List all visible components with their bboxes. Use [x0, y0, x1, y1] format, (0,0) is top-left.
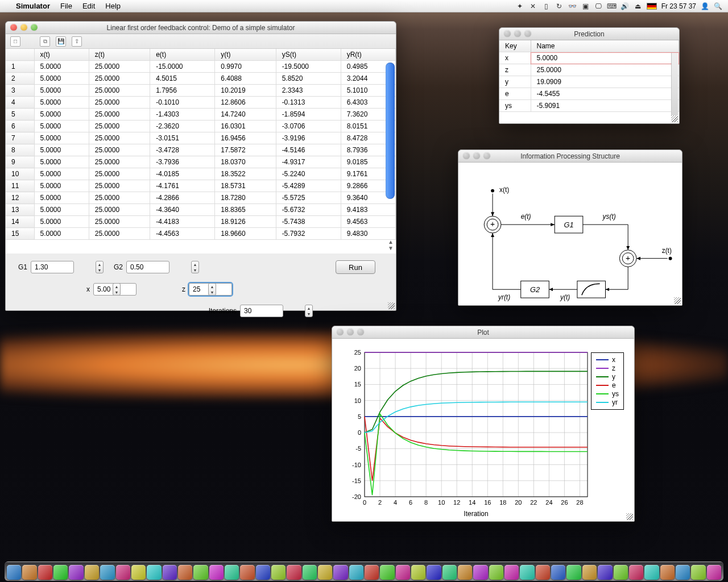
- minimize-icon[interactable]: [20, 24, 27, 31]
- prediction-row[interactable]: x5.0000: [499, 52, 679, 64]
- dock-app-icon[interactable]: [660, 565, 675, 580]
- dock-app-icon[interactable]: [225, 565, 239, 580]
- resize-grip-icon[interactable]: [671, 115, 678, 122]
- prediction-row[interactable]: ys-5.9091: [499, 100, 679, 112]
- column-header[interactable]: x(t): [34, 49, 89, 61]
- timemachine-icon[interactable]: ↻: [555, 2, 564, 10]
- table-row[interactable]: 35.000025.00001.795610.20192.33435.1010: [6, 85, 396, 97]
- x-stepper[interactable]: ▲▼: [113, 283, 121, 296]
- dock-app-icon[interactable]: [396, 565, 410, 580]
- menu-edit[interactable]: Edit: [82, 2, 95, 10]
- iterations-stepper[interactable]: ▲▼: [305, 305, 313, 317]
- zoom-icon[interactable]: [483, 152, 490, 159]
- close-icon[interactable]: [504, 30, 511, 37]
- new-doc-icon[interactable]: □: [10, 36, 20, 47]
- dock-app-icon[interactable]: [271, 565, 286, 580]
- dock-app-icon[interactable]: [365, 565, 379, 580]
- table-row[interactable]: 105.000025.0000-4.018518.3522-5.22409.17…: [6, 168, 396, 180]
- dock-app-icon[interactable]: [411, 565, 425, 580]
- dock-app-icon[interactable]: [676, 565, 690, 580]
- resize-grip-icon[interactable]: [674, 297, 681, 304]
- dock-app-icon[interactable]: [707, 565, 721, 580]
- dock-app-icon[interactable]: [458, 565, 472, 580]
- resize-grip-icon[interactable]: [626, 513, 633, 520]
- table-scrollbar[interactable]: [386, 63, 395, 199]
- iterations-input[interactable]: [240, 305, 303, 317]
- dock-app-icon[interactable]: [318, 565, 332, 580]
- monitor-icon[interactable]: 🖵: [594, 2, 603, 10]
- column-header[interactable]: z(t): [89, 49, 150, 61]
- minimize-icon[interactable]: [347, 329, 354, 335]
- titlebar-structure[interactable]: Information Processing Structure: [458, 150, 682, 163]
- dock-app-icon[interactable]: [489, 565, 503, 580]
- dock-app-icon[interactable]: [691, 565, 705, 580]
- app-name[interactable]: Simulator: [16, 2, 50, 10]
- column-header[interactable]: yR(t): [341, 49, 395, 61]
- table-row[interactable]: 45.000025.0000-0.101012.8606-0.13136.430…: [6, 97, 396, 109]
- prediction-row[interactable]: e-4.5455: [499, 88, 679, 100]
- dock-app-icon[interactable]: [582, 565, 597, 580]
- table-row[interactable]: 55.000025.0000-1.430314.7240-1.85947.362…: [6, 109, 396, 120]
- dock-app-icon[interactable]: [22, 565, 36, 580]
- prediction-row[interactable]: y19.0909: [499, 76, 679, 88]
- dock-app-icon[interactable]: [380, 565, 394, 580]
- dock-app-icon[interactable]: [193, 565, 208, 580]
- dock-app-icon[interactable]: [504, 565, 519, 580]
- keyboard-icon[interactable]: ⌨: [607, 2, 616, 10]
- input-language-flag[interactable]: [647, 3, 657, 10]
- dock-app-icon[interactable]: [116, 565, 130, 580]
- titlebar-plot[interactable]: Plot: [332, 326, 634, 339]
- volume-icon[interactable]: 🔊: [621, 2, 629, 10]
- z-stepper[interactable]: ▲▼: [208, 283, 216, 296]
- prediction-row[interactable]: z25.0000: [499, 64, 679, 76]
- dock-app-icon[interactable]: [147, 565, 161, 580]
- column-header[interactable]: y(t): [215, 49, 276, 61]
- table-row[interactable]: 125.000025.0000-4.286618.7280-5.57259.36…: [6, 192, 396, 204]
- evernote-icon[interactable]: ✦: [516, 2, 524, 10]
- minimize-icon[interactable]: [514, 30, 521, 37]
- user-icon[interactable]: 👤: [701, 2, 709, 10]
- sync-icon[interactable]: ✕: [529, 2, 537, 10]
- table-row[interactable]: 75.000025.0000-3.015116.9456-3.91968.472…: [6, 132, 396, 144]
- dock-app-icon[interactable]: [178, 565, 192, 580]
- copy-icon[interactable]: ⧉: [40, 36, 50, 47]
- close-icon[interactable]: [10, 24, 17, 31]
- dock-app-icon[interactable]: [551, 565, 565, 580]
- close-icon[interactable]: [337, 329, 344, 335]
- dock-app-icon[interactable]: [473, 565, 487, 580]
- table-row[interactable]: 155.000025.0000-4.456318.9660-5.79329.48…: [6, 228, 396, 240]
- dock-app-icon[interactable]: [53, 565, 68, 580]
- menu-help[interactable]: Help: [105, 2, 121, 10]
- prediction-scrollbar[interactable]: [671, 53, 678, 115]
- zoom-icon[interactable]: [357, 329, 364, 335]
- dock-app-icon[interactable]: [442, 565, 457, 580]
- dock-app-icon[interactable]: [38, 565, 52, 580]
- titlebar-prediction[interactable]: Prediction: [499, 28, 679, 40]
- dock-app-icon[interactable]: [163, 565, 177, 580]
- dock-app-icon[interactable]: [131, 565, 146, 580]
- z-input[interactable]: [189, 283, 206, 296]
- titlebar-simulator[interactable]: Linear first order feedback control: Dem…: [6, 22, 396, 34]
- scroll-arrows-icon[interactable]: ▲▼: [387, 239, 395, 251]
- dock-app-icon[interactable]: [100, 565, 114, 580]
- table-row[interactable]: 115.000025.0000-4.176118.5731-5.42899.28…: [6, 180, 396, 192]
- export-icon[interactable]: ⇪: [72, 36, 82, 47]
- dock-app-icon[interactable]: [85, 565, 99, 580]
- eject-icon[interactable]: ⏏: [634, 2, 642, 10]
- column-header[interactable]: yS(t): [276, 49, 341, 61]
- zoom-icon[interactable]: [524, 30, 531, 37]
- save-icon[interactable]: 💾: [56, 36, 66, 47]
- dock-app-icon[interactable]: [644, 565, 659, 580]
- close-icon[interactable]: [463, 152, 470, 159]
- menu-file[interactable]: File: [60, 2, 72, 10]
- dock-app-icon[interactable]: [536, 565, 550, 580]
- table-row[interactable]: 135.000025.0000-4.364018.8365-5.67329.41…: [6, 204, 396, 216]
- battery-icon[interactable]: ▯: [542, 2, 551, 10]
- dock-app-icon[interactable]: [240, 565, 254, 580]
- g2-stepper[interactable]: ▲▼: [191, 261, 199, 273]
- minimize-icon[interactable]: [473, 152, 480, 159]
- x-input[interactable]: [93, 283, 110, 296]
- table-row[interactable]: 145.000025.0000-4.418318.9126-5.74389.45…: [6, 216, 396, 228]
- dock-app-icon[interactable]: [209, 565, 224, 580]
- dock-app-icon[interactable]: [427, 565, 441, 580]
